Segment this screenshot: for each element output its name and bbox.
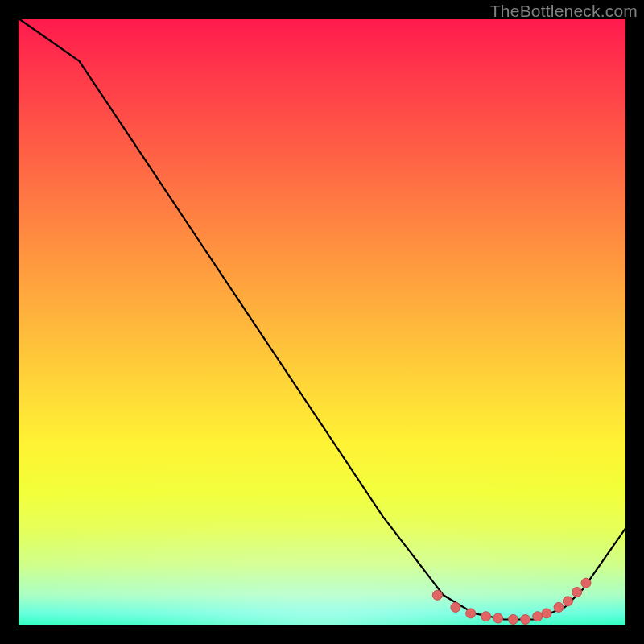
curve-marker bbox=[581, 578, 591, 588]
curve-marker bbox=[509, 615, 518, 625]
curve-marker bbox=[451, 602, 460, 612]
curve-marker bbox=[554, 602, 564, 612]
curve-marker bbox=[572, 588, 582, 597]
curve-marker bbox=[481, 612, 491, 621]
curve-marker bbox=[563, 597, 572, 606]
watermark-text: TheBottleneck.com bbox=[490, 2, 638, 21]
curve-marker bbox=[466, 609, 476, 618]
curve-markers bbox=[432, 578, 591, 624]
chart-frame: TheBottleneck.com bbox=[0, 0, 644, 644]
chart-bottom-glow bbox=[19, 440, 625, 625]
curve-marker bbox=[521, 615, 530, 625]
curve-marker bbox=[432, 590, 442, 600]
curve-line bbox=[19, 19, 625, 620]
curve-marker bbox=[542, 609, 551, 618]
curve-marker bbox=[493, 613, 503, 623]
chart-svg bbox=[19, 19, 625, 625]
curve-marker bbox=[533, 612, 543, 621]
chart-plot-area bbox=[19, 19, 625, 625]
